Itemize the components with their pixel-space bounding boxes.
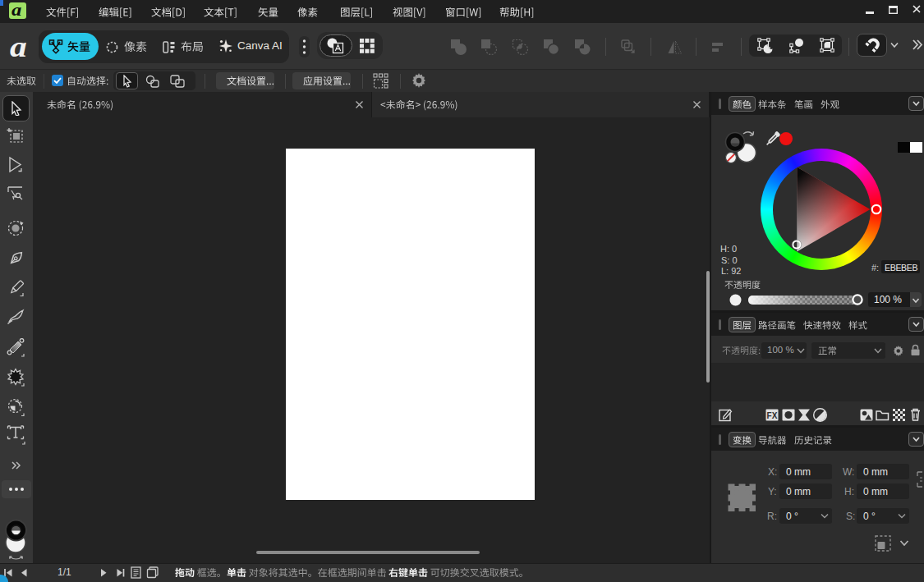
svg-text:FX: FX [767, 411, 778, 420]
